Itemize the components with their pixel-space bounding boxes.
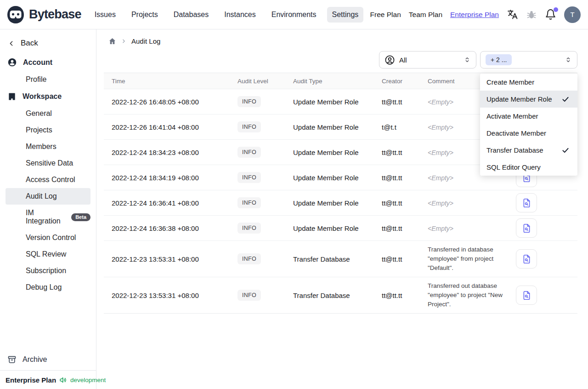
bug-report-icon[interactable]	[526, 9, 537, 20]
audit-type-filter-chip: + 2 ...	[486, 54, 512, 65]
brand-name: Bytebase	[29, 7, 81, 22]
cell-time: 2022-12-24 18:34:19 +08:00	[112, 174, 237, 182]
sidebar-item-label: Version Control	[26, 234, 76, 242]
settings-sidebar: Back AccountProfileWorkspaceGeneralProje…	[0, 29, 96, 389]
bytebase-logo-icon	[6, 6, 25, 24]
file-search-icon	[522, 198, 531, 208]
sidebar-item-members[interactable]: Members	[0, 138, 96, 155]
building-icon	[7, 92, 17, 101]
audit-level-badge: INFO	[237, 121, 261, 132]
cell-audit-type: Update Member Role	[293, 174, 382, 182]
user-circle-icon	[7, 57, 17, 67]
empty-comment-placeholder: <Empty>	[428, 124, 453, 131]
cell-creator: tt@tt.tt	[382, 149, 428, 156]
view-detail-button[interactable]	[516, 218, 537, 238]
cell-actions	[511, 246, 577, 271]
sidebar-item-label: SQL Review	[26, 250, 66, 258]
plan-link-enterprise-plan[interactable]: Enterprise Plan	[450, 11, 499, 19]
sidebar-item-label: Sensitive Data	[26, 159, 73, 167]
sidebar-item-profile[interactable]: Profile	[0, 71, 96, 88]
cell-time: 2022-12-24 18:34:23 +08:00	[112, 149, 237, 156]
cell-audit-level: INFO	[237, 223, 293, 234]
column-header-creator: Creator	[382, 78, 428, 85]
menu-item-activate-member[interactable]: Activate Member	[480, 108, 577, 125]
sidebar-item-general[interactable]: General	[0, 105, 96, 122]
home-icon[interactable]	[108, 37, 116, 45]
sidebar-item-archive[interactable]: Archive	[0, 350, 96, 370]
notifications-bell-icon[interactable]	[545, 9, 556, 20]
file-search-icon	[522, 254, 531, 264]
cell-creator: tt@tt.tt	[382, 224, 428, 232]
cell-audit-level: INFO	[237, 96, 293, 107]
notification-dot	[554, 7, 558, 12]
sidebar-item-sensitive-data[interactable]: Sensitive Data	[0, 155, 96, 172]
cell-audit-type: Update Member Role	[293, 224, 382, 232]
plan-link-team-plan[interactable]: Team Plan	[409, 11, 442, 19]
menu-item-transfer-database[interactable]: Transfer Database	[480, 142, 577, 159]
chevron-left-icon	[7, 40, 15, 47]
audit-level-badge: INFO	[237, 147, 261, 158]
plan-link-free-plan[interactable]: Free Plan	[370, 11, 401, 19]
sidebar-item-projects[interactable]: Projects	[0, 122, 96, 138]
sidebar-item-im-integration[interactable]: IM IntegrationBeta	[0, 205, 96, 229]
translate-icon[interactable]	[507, 9, 518, 20]
sidebar-item-version-control[interactable]: Version Control	[0, 229, 96, 246]
creator-filter-select[interactable]: All	[379, 51, 476, 69]
cell-creator: tt@tt.tt	[382, 255, 428, 263]
nav-link-databases[interactable]: Databases	[169, 7, 214, 23]
cell-audit-level: INFO	[237, 290, 293, 301]
cell-comment: Transferred out database "employee" to p…	[428, 277, 511, 313]
back-button[interactable]: Back	[0, 36, 96, 53]
sidebar-group-title: Account	[23, 58, 52, 67]
menu-item-deactivate-member[interactable]: Deactivate Member	[480, 125, 577, 142]
sidebar-item-audit-log[interactable]: Audit Log	[6, 188, 90, 205]
sidebar-item-label: Access Control	[26, 176, 75, 184]
topnav-right: Free PlanTeam PlanEnterprise Plan	[370, 6, 581, 23]
breadcrumb: Audit Log	[104, 35, 577, 47]
nav-link-settings[interactable]: Settings	[327, 7, 364, 23]
breadcrumb-current: Audit Log	[131, 37, 160, 45]
sidebar-item-access-control[interactable]: Access Control	[0, 172, 96, 188]
view-detail-button[interactable]	[516, 249, 537, 269]
menu-item-create-member[interactable]: Create Member	[480, 74, 577, 91]
user-avatar[interactable]: T	[564, 6, 581, 23]
check-icon	[561, 95, 570, 103]
nav-link-instances[interactable]: Instances	[219, 7, 260, 23]
sidebar-item-debug-log[interactable]: Debug Log	[0, 279, 96, 296]
file-search-icon	[522, 291, 531, 300]
topnav-plans: Free PlanTeam PlanEnterprise Plan	[370, 11, 499, 19]
cell-time: 2022-12-23 13:53:31 +08:00	[112, 292, 237, 299]
nav-link-projects[interactable]: Projects	[126, 7, 163, 23]
view-detail-button[interactable]	[516, 286, 537, 305]
bytebase-logo[interactable]: Bytebase	[6, 6, 81, 24]
cell-creator: tt@tt.tt	[382, 98, 428, 106]
cell-audit-type: Update Member Role	[293, 199, 382, 207]
creator-filter-value: All	[399, 56, 459, 64]
empty-comment-placeholder: <Empty>	[428, 149, 453, 156]
back-label: Back	[21, 39, 38, 48]
cell-audit-level: INFO	[237, 197, 293, 208]
sidebar-item-sql-review[interactable]: SQL Review	[0, 246, 96, 263]
nav-link-issues[interactable]: Issues	[90, 7, 121, 23]
menu-item-label: SQL Editor Query	[486, 163, 541, 171]
audit-type-filter-select[interactable]: + 2 ...	[480, 51, 577, 69]
sidebar-item-label: Debug Log	[26, 283, 62, 292]
cell-audit-type: Update Member Role	[293, 123, 382, 131]
menu-item-sql-editor-query[interactable]: SQL Editor Query	[480, 159, 577, 176]
filter-row: All + 2 ...	[104, 51, 577, 69]
cell-audit-level: INFO	[237, 172, 293, 183]
menu-item-label: Create Member	[486, 78, 534, 86]
sidebar-item-subscription[interactable]: Subscription	[0, 263, 96, 279]
column-header-audit-type: Audit Type	[293, 78, 382, 85]
user-circle-icon	[384, 55, 395, 65]
menu-item-update-member-role[interactable]: Update Member Role	[480, 91, 577, 108]
sidebar-group-workspace: Workspace	[0, 88, 96, 105]
view-detail-button[interactable]	[516, 193, 537, 212]
sidebar-group-account: Account	[0, 53, 96, 71]
sidebar-item-label: General	[26, 109, 52, 118]
audit-level-badge: INFO	[237, 197, 261, 208]
column-header-audit-level: Audit Level	[237, 78, 293, 85]
empty-comment-placeholder: <Empty>	[428, 225, 453, 232]
sidebar-group-title: Workspace	[23, 92, 62, 101]
nav-link-environments[interactable]: Environments	[266, 7, 322, 23]
